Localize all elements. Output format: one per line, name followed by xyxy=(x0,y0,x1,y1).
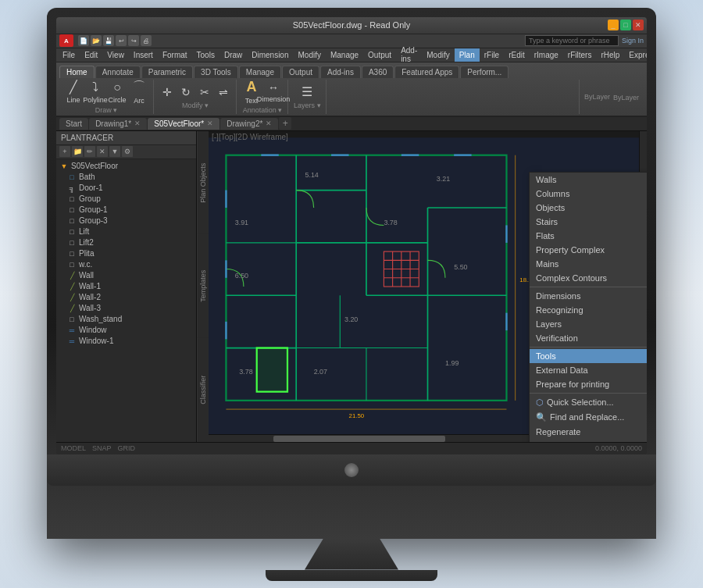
tree-plita[interactable]: □ Plita xyxy=(56,248,196,259)
menu-plan[interactable]: Plan xyxy=(455,48,480,62)
ribbon-tab-parametric[interactable]: Parametric xyxy=(141,66,193,78)
tree-washstand[interactable]: □ Wash_stand xyxy=(56,314,196,325)
plan-edit[interactable]: Edit... xyxy=(530,439,647,442)
ribbon-tab-manage[interactable]: Manage xyxy=(239,66,281,78)
plan-mains[interactable]: Mains ▶ xyxy=(530,257,647,271)
arc-tool[interactable]: ⌒ Arc xyxy=(130,80,148,105)
redo-button[interactable]: ↪ xyxy=(128,35,139,46)
plan-quick-selection[interactable]: ⬡ Quick Selection... xyxy=(530,395,647,410)
polyline-tool[interactable]: ⤵ Polyline xyxy=(86,80,105,105)
ribbon-tab-3dtools[interactable]: 3D Tools xyxy=(194,66,238,78)
plan-dimensions[interactable]: Dimensions ▶ xyxy=(530,289,647,303)
tree-wall1[interactable]: ╱ Wall-1 xyxy=(56,281,196,292)
menu-modify2[interactable]: Modify xyxy=(422,48,454,62)
open-button[interactable]: 📂 xyxy=(91,35,102,46)
folder-btn[interactable]: 📁 xyxy=(72,146,83,157)
ribbon-tab-home[interactable]: Home xyxy=(59,66,95,78)
menu-manage[interactable]: Manage xyxy=(326,48,363,62)
sign-in-link[interactable]: Sign In xyxy=(622,37,644,45)
ribbon-tab-perform[interactable]: Perform... xyxy=(460,66,509,78)
plan-walls[interactable]: Walls ▶ xyxy=(530,173,647,187)
menu-output[interactable]: Output xyxy=(363,48,396,62)
menu-edit[interactable]: Edit xyxy=(80,48,102,62)
menu-dimension[interactable]: Dimension xyxy=(247,48,293,62)
scroll-thumb-h[interactable] xyxy=(273,436,445,442)
edit-btn[interactable]: ✏ xyxy=(84,146,95,157)
tree-root[interactable]: ▼ S05VectFloor xyxy=(56,161,196,172)
tree-door1[interactable]: ╗ Door-1 xyxy=(56,183,196,194)
menu-format[interactable]: Format xyxy=(158,48,192,62)
close-button[interactable]: ✕ xyxy=(633,20,644,30)
tree-group[interactable]: □ Group xyxy=(56,194,196,205)
ribbon-tab-addins[interactable]: Add-ins xyxy=(320,66,361,78)
menu-rfilters[interactable]: rFilters xyxy=(563,48,597,62)
tree-window1[interactable]: ═ Window-1 xyxy=(56,336,196,347)
circle-tool[interactable]: ○ Circle xyxy=(108,80,127,105)
search-input[interactable] xyxy=(525,35,619,46)
tree-wall3[interactable]: ╱ Wall-3 xyxy=(56,303,196,314)
mirror-tool[interactable]: ⇌ xyxy=(216,84,231,100)
plan-layers[interactable]: Layers ▶ xyxy=(530,317,647,331)
menu-tools[interactable]: Tools xyxy=(192,48,219,62)
menu-modify[interactable]: Modify xyxy=(294,48,326,62)
filter-btn[interactable]: ▼ xyxy=(109,146,120,157)
tree-window[interactable]: ═ Window xyxy=(56,325,196,336)
tree-wall2[interactable]: ╱ Wall-2 xyxy=(56,292,196,303)
menu-addins[interactable]: Add-ins xyxy=(396,48,422,62)
plan-recognizing[interactable]: Recognizing ▶ xyxy=(530,303,647,317)
plan-property-complex[interactable]: Property Complex ▶ xyxy=(530,243,647,257)
plan-objects[interactable]: Objects ▶ xyxy=(530,201,647,215)
plan-flats[interactable]: Flats ▶ xyxy=(530,229,647,243)
doc-tab-start[interactable]: Start xyxy=(59,118,88,130)
add-btn[interactable]: + xyxy=(59,146,70,157)
tree-wall[interactable]: ╱ Wall xyxy=(56,270,196,281)
rotate-tool[interactable]: ↻ xyxy=(178,84,194,100)
doc-tab-drawing2[interactable]: Drawing2* ✕ xyxy=(220,118,278,130)
menu-draw[interactable]: Draw xyxy=(219,48,247,62)
plan-external-data[interactable]: External Data ▶ xyxy=(530,363,647,377)
tree-wc[interactable]: □ w.c. xyxy=(56,259,196,270)
ribbon-tab-featured[interactable]: Featured Apps xyxy=(394,66,459,78)
delete-btn[interactable]: ✕ xyxy=(97,146,108,157)
doc-tab-s05[interactable]: S05VectFloor* ✕ xyxy=(148,118,219,130)
menu-express[interactable]: Express xyxy=(624,48,647,62)
plan-columns[interactable]: Columns ▶ xyxy=(530,187,647,201)
plan-menu[interactable]: Walls ▶ Columns ▶ Objects ▶ xyxy=(529,172,647,442)
plan-find-replace[interactable]: 🔍 Find and Replace... xyxy=(530,410,647,425)
menu-insert[interactable]: Insert xyxy=(129,48,158,62)
plan-regenerate[interactable]: Regenerate xyxy=(530,425,647,439)
print-button[interactable]: 🖨 xyxy=(141,35,152,46)
close-drawing1[interactable]: ✕ xyxy=(134,119,141,127)
tree-lift2[interactable]: □ Lift2 xyxy=(56,237,196,248)
menu-rfile[interactable]: rFile xyxy=(480,48,504,62)
dimension-tool[interactable]: ↔ Dimension xyxy=(264,80,283,105)
ribbon-tab-output[interactable]: Output xyxy=(282,66,319,78)
close-drawing2[interactable]: ✕ xyxy=(266,119,272,127)
close-s05[interactable]: ✕ xyxy=(207,119,213,127)
undo-button[interactable]: ↩ xyxy=(116,35,127,46)
doc-tab-drawing1[interactable]: Drawing1* ✕ xyxy=(89,118,147,130)
minimize-button[interactable]: _ xyxy=(608,20,619,30)
tree-bath[interactable]: □ Bath xyxy=(56,172,196,183)
menu-file[interactable]: File xyxy=(58,48,80,62)
plan-verification[interactable]: Verification ▶ xyxy=(530,331,647,345)
save-button[interactable]: 💾 xyxy=(103,35,114,46)
tree-lift[interactable]: □ Lift xyxy=(56,226,196,237)
move-tool[interactable]: ✛ xyxy=(159,84,175,100)
new-button[interactable]: 📄 xyxy=(78,35,89,46)
layer-properties[interactable]: ☰ xyxy=(299,84,315,100)
plan-stairs[interactable]: Stairs ▶ xyxy=(530,215,647,229)
plan-prepare-printing[interactable]: Prepare for printing ▶ xyxy=(530,377,647,391)
settings-btn[interactable]: ⚙ xyxy=(122,146,133,157)
ribbon-tab-annotate[interactable]: Annotate xyxy=(95,66,141,78)
menu-rimage[interactable]: rImage xyxy=(530,48,563,62)
maximize-button[interactable]: □ xyxy=(620,20,631,30)
viewport[interactable]: [-][Top][2D Wireframe] xyxy=(209,131,647,442)
tree-group1[interactable]: □ Group-1 xyxy=(56,205,196,216)
line-tool[interactable]: ╱ Line xyxy=(64,80,83,105)
new-doc-button[interactable]: + xyxy=(279,117,291,130)
menu-rhelp[interactable]: rHelp xyxy=(596,48,624,62)
menu-view[interactable]: View xyxy=(102,48,129,62)
tree-group3[interactable]: □ Group-3 xyxy=(56,216,196,226)
trim-tool[interactable]: ✂ xyxy=(197,84,212,100)
